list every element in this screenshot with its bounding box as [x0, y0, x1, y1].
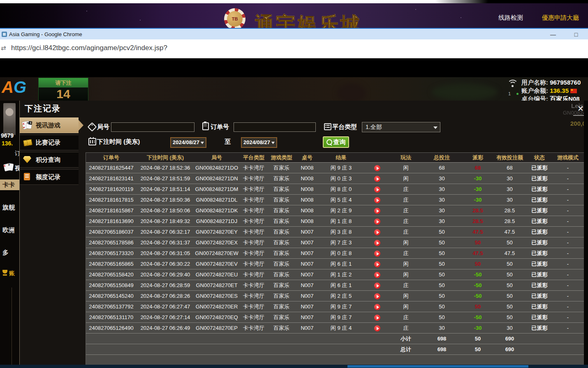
play-video-icon[interactable]	[374, 261, 380, 267]
cell-game-mode: -	[552, 280, 584, 291]
tab-points-query[interactable]: 积分查询	[20, 152, 79, 168]
cell-game-type: 百家乐	[268, 227, 295, 237]
cell-valid-bet: 50	[492, 312, 527, 323]
cell-round: GN007248270EV	[194, 259, 239, 269]
account-info-panel: 1 用户名称: 967958760 账户余额: 136.35 桌台编号: 百家乐…	[505, 78, 588, 101]
cell-round: GN007248270EP	[194, 323, 239, 334]
cell-bet-time: 2024-08-27 18:50:36	[137, 195, 194, 205]
bet-countdown-panel: 请下注 14	[38, 78, 88, 101]
sum-payout: 50	[463, 334, 492, 344]
cell-payout: 50	[463, 259, 492, 269]
tab-match-records[interactable]: 比赛记录	[20, 135, 79, 150]
cell-total-bet: 50	[420, 301, 463, 312]
play-video-icon[interactable]	[374, 218, 380, 225]
cell-result: 闲 1 庄 8	[319, 216, 363, 227]
cell-result: 闲 0 庄 3	[319, 173, 363, 184]
cell-table-number: N007	[295, 301, 319, 312]
empty-cell	[239, 334, 268, 344]
cell-bet-on: 庄	[391, 227, 420, 237]
scrollbar-thumb[interactable]	[347, 365, 528, 368]
lobby-active-item[interactable]: 卡卡	[0, 179, 19, 190]
play-video-icon[interactable]	[374, 197, 380, 203]
platform-select[interactable]: 1.全部	[362, 122, 440, 132]
play-video-icon[interactable]	[374, 229, 380, 235]
empty-cell	[86, 334, 137, 344]
play-video-icon[interactable]	[374, 165, 380, 171]
lobby-item[interactable]: 欧洲	[2, 226, 15, 234]
cell-replay	[363, 237, 391, 248]
minimize-button[interactable]: —	[547, 30, 559, 39]
play-video-icon[interactable]	[374, 251, 380, 257]
play-video-icon[interactable]	[374, 176, 380, 182]
cell-order: 240827181617815	[86, 195, 137, 205]
line-check-link[interactable]: 线路检测	[498, 14, 523, 21]
play-video-icon[interactable]	[374, 240, 380, 246]
site-info-icon[interactable]: ⇄	[1, 44, 6, 52]
seat-status-dot	[516, 93, 519, 95]
cell-bet-on: 庄	[391, 195, 420, 205]
cell-replay	[363, 301, 391, 312]
cell-valid-bet: 47.5	[492, 248, 527, 259]
cell-order: 240827065158420	[86, 269, 137, 280]
column-header: 桌号	[295, 153, 319, 163]
window-titlebar[interactable]: Asia Gaming - Google Chrome — □	[0, 28, 588, 39]
cell-order: 240827181613690	[86, 216, 137, 227]
play-video-icon[interactable]	[374, 283, 380, 289]
table-row: 2408270651584202024-08-27 06:29:40GN0072…	[86, 269, 584, 280]
cell-total-bet: 30	[420, 195, 463, 205]
cell-valid-bet: 30	[492, 195, 527, 205]
round-input[interactable]	[111, 122, 194, 132]
empty-cell	[137, 334, 194, 344]
order-input[interactable]	[234, 122, 316, 132]
column-header: 有效投注额	[492, 153, 527, 163]
date-to-select[interactable]: 2024/08/27	[241, 137, 277, 148]
lobby-item[interactable]: 账	[9, 270, 15, 277]
url-bar[interactable]: ⇄ https://gci.l842tbgc.com/agingame/pcv2…	[0, 39, 588, 58]
cell-game-mode: -	[552, 301, 584, 312]
cell-result: 闲 6 庄 1	[319, 259, 363, 269]
cell-bet-time: 2024-08-27 18:52:36	[137, 163, 194, 173]
table-row: 2408271816201192024-08-27 18:51:14GN0082…	[86, 184, 584, 195]
cell-payout: -50	[463, 269, 492, 280]
play-video-icon[interactable]	[374, 186, 380, 193]
cell-game-type: 百家乐	[268, 269, 295, 280]
url-text[interactable]: https://gci.l842tbgc.com/agingame/pcv2/i…	[11, 44, 167, 52]
promo-hall-link[interactable]: 優惠申請大廳	[542, 14, 579, 21]
date-from-select[interactable]: 2024/08/27	[170, 137, 206, 148]
sum-payout: 50	[463, 344, 492, 355]
horizontal-scrollbar[interactable]	[0, 365, 588, 368]
cell-platform: 卡卡湾厅	[239, 227, 268, 237]
to-label: 至	[225, 138, 231, 146]
play-video-icon[interactable]	[374, 208, 380, 214]
query-button-label: 查询	[333, 138, 346, 146]
tab-video-games[interactable]: K♥99 视讯游戏	[20, 117, 79, 133]
cell-game-mode: -	[552, 248, 584, 259]
cell-replay	[363, 184, 391, 195]
play-video-icon[interactable]	[374, 293, 380, 299]
play-video-icon[interactable]	[374, 272, 380, 278]
play-video-icon[interactable]	[374, 315, 380, 321]
maximize-button[interactable]: □	[570, 30, 582, 39]
sum-total-bet: 698	[420, 344, 463, 355]
cell-platform: 卡卡湾厅	[239, 184, 268, 195]
cell-valid-bet: 28.5	[492, 216, 527, 227]
query-button[interactable]: 查询	[323, 136, 349, 148]
cell-payout: -50	[463, 291, 492, 301]
cell-game-mode: -	[552, 291, 584, 301]
cell-table-number: N007	[295, 269, 319, 280]
tab-quota-records[interactable]: 额度记录	[20, 169, 79, 185]
chevron-down-icon	[271, 142, 275, 144]
lobby-panel-edge	[12, 288, 12, 365]
lobby-item[interactable]: 旗舰	[2, 204, 15, 212]
cell-payout: -50	[463, 280, 492, 291]
play-video-icon[interactable]	[374, 304, 380, 310]
cell-platform: 卡卡湾厅	[239, 269, 268, 280]
network-signal-icon	[507, 80, 518, 88]
lobby-item[interactable]: 多	[2, 249, 9, 257]
play-video-icon[interactable]	[374, 325, 380, 331]
column-header: 玩法	[391, 153, 420, 163]
cell-payout: 68	[463, 163, 492, 173]
cell-order: 240827065137792	[86, 301, 137, 312]
cell-result: 闲 5 庄 4	[319, 195, 363, 205]
cell-round: GN007248270EQ	[194, 312, 239, 323]
